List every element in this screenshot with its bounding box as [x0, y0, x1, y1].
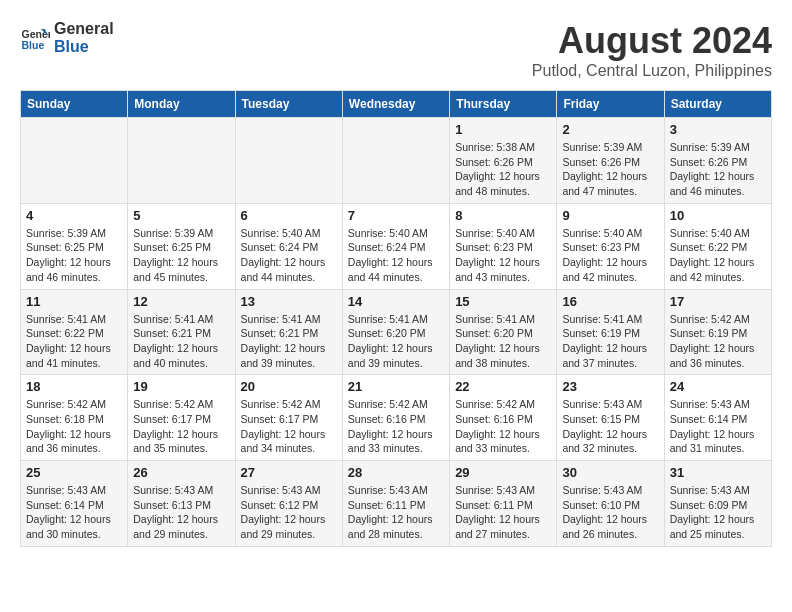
- day-info: Sunrise: 5:39 AM Sunset: 6:26 PM Dayligh…: [670, 140, 766, 199]
- svg-text:Blue: Blue: [22, 39, 45, 51]
- day-number: 19: [133, 379, 229, 394]
- day-number: 25: [26, 465, 122, 480]
- calendar-cell: 25Sunrise: 5:43 AM Sunset: 6:14 PM Dayli…: [21, 461, 128, 547]
- day-number: 7: [348, 208, 444, 223]
- day-info: Sunrise: 5:43 AM Sunset: 6:09 PM Dayligh…: [670, 483, 766, 542]
- calendar-cell: 18Sunrise: 5:42 AM Sunset: 6:18 PM Dayli…: [21, 375, 128, 461]
- day-info: Sunrise: 5:41 AM Sunset: 6:21 PM Dayligh…: [241, 312, 337, 371]
- day-info: Sunrise: 5:43 AM Sunset: 6:13 PM Dayligh…: [133, 483, 229, 542]
- main-title: August 2024: [532, 20, 772, 62]
- day-info: Sunrise: 5:43 AM Sunset: 6:11 PM Dayligh…: [455, 483, 551, 542]
- day-number: 21: [348, 379, 444, 394]
- calendar-cell: 27Sunrise: 5:43 AM Sunset: 6:12 PM Dayli…: [235, 461, 342, 547]
- calendar-cell: 15Sunrise: 5:41 AM Sunset: 6:20 PM Dayli…: [450, 289, 557, 375]
- column-header-wednesday: Wednesday: [342, 91, 449, 118]
- day-info: Sunrise: 5:43 AM Sunset: 6:10 PM Dayligh…: [562, 483, 658, 542]
- day-info: Sunrise: 5:43 AM Sunset: 6:14 PM Dayligh…: [26, 483, 122, 542]
- column-header-thursday: Thursday: [450, 91, 557, 118]
- day-number: 28: [348, 465, 444, 480]
- day-number: 6: [241, 208, 337, 223]
- calendar-cell: [235, 118, 342, 204]
- day-info: Sunrise: 5:43 AM Sunset: 6:12 PM Dayligh…: [241, 483, 337, 542]
- title-area: August 2024 Putlod, Central Luzon, Phili…: [532, 20, 772, 80]
- calendar-table: SundayMondayTuesdayWednesdayThursdayFrid…: [20, 90, 772, 547]
- calendar-cell: 21Sunrise: 5:42 AM Sunset: 6:16 PM Dayli…: [342, 375, 449, 461]
- day-number: 15: [455, 294, 551, 309]
- day-info: Sunrise: 5:42 AM Sunset: 6:19 PM Dayligh…: [670, 312, 766, 371]
- day-number: 11: [26, 294, 122, 309]
- day-info: Sunrise: 5:41 AM Sunset: 6:22 PM Dayligh…: [26, 312, 122, 371]
- week-row-3: 11Sunrise: 5:41 AM Sunset: 6:22 PM Dayli…: [21, 289, 772, 375]
- day-number: 16: [562, 294, 658, 309]
- day-info: Sunrise: 5:40 AM Sunset: 6:22 PM Dayligh…: [670, 226, 766, 285]
- logo-line1: General: [54, 20, 114, 38]
- day-number: 18: [26, 379, 122, 394]
- day-info: Sunrise: 5:42 AM Sunset: 6:16 PM Dayligh…: [348, 397, 444, 456]
- day-number: 13: [241, 294, 337, 309]
- day-info: Sunrise: 5:39 AM Sunset: 6:25 PM Dayligh…: [133, 226, 229, 285]
- page-header: General Blue General Blue August 2024 Pu…: [20, 20, 772, 80]
- week-row-1: 1Sunrise: 5:38 AM Sunset: 6:26 PM Daylig…: [21, 118, 772, 204]
- calendar-cell: [342, 118, 449, 204]
- column-header-tuesday: Tuesday: [235, 91, 342, 118]
- calendar-cell: 24Sunrise: 5:43 AM Sunset: 6:14 PM Dayli…: [664, 375, 771, 461]
- calendar-cell: 1Sunrise: 5:38 AM Sunset: 6:26 PM Daylig…: [450, 118, 557, 204]
- day-info: Sunrise: 5:40 AM Sunset: 6:23 PM Dayligh…: [455, 226, 551, 285]
- logo-icon: General Blue: [20, 23, 50, 53]
- day-info: Sunrise: 5:38 AM Sunset: 6:26 PM Dayligh…: [455, 140, 551, 199]
- calendar-cell: 7Sunrise: 5:40 AM Sunset: 6:24 PM Daylig…: [342, 203, 449, 289]
- calendar-cell: 6Sunrise: 5:40 AM Sunset: 6:24 PM Daylig…: [235, 203, 342, 289]
- calendar-cell: 10Sunrise: 5:40 AM Sunset: 6:22 PM Dayli…: [664, 203, 771, 289]
- calendar-cell: 11Sunrise: 5:41 AM Sunset: 6:22 PM Dayli…: [21, 289, 128, 375]
- column-header-saturday: Saturday: [664, 91, 771, 118]
- day-number: 27: [241, 465, 337, 480]
- day-number: 1: [455, 122, 551, 137]
- day-info: Sunrise: 5:43 AM Sunset: 6:14 PM Dayligh…: [670, 397, 766, 456]
- day-info: Sunrise: 5:41 AM Sunset: 6:20 PM Dayligh…: [348, 312, 444, 371]
- day-number: 12: [133, 294, 229, 309]
- day-info: Sunrise: 5:43 AM Sunset: 6:11 PM Dayligh…: [348, 483, 444, 542]
- column-header-sunday: Sunday: [21, 91, 128, 118]
- calendar-cell: 19Sunrise: 5:42 AM Sunset: 6:17 PM Dayli…: [128, 375, 235, 461]
- calendar-cell: 22Sunrise: 5:42 AM Sunset: 6:16 PM Dayli…: [450, 375, 557, 461]
- week-row-5: 25Sunrise: 5:43 AM Sunset: 6:14 PM Dayli…: [21, 461, 772, 547]
- calendar-cell: 12Sunrise: 5:41 AM Sunset: 6:21 PM Dayli…: [128, 289, 235, 375]
- calendar-cell: 30Sunrise: 5:43 AM Sunset: 6:10 PM Dayli…: [557, 461, 664, 547]
- day-info: Sunrise: 5:43 AM Sunset: 6:15 PM Dayligh…: [562, 397, 658, 456]
- day-number: 4: [26, 208, 122, 223]
- column-header-friday: Friday: [557, 91, 664, 118]
- calendar-cell: 3Sunrise: 5:39 AM Sunset: 6:26 PM Daylig…: [664, 118, 771, 204]
- day-number: 20: [241, 379, 337, 394]
- calendar-cell: 29Sunrise: 5:43 AM Sunset: 6:11 PM Dayli…: [450, 461, 557, 547]
- day-number: 26: [133, 465, 229, 480]
- calendar-cell: 5Sunrise: 5:39 AM Sunset: 6:25 PM Daylig…: [128, 203, 235, 289]
- day-info: Sunrise: 5:42 AM Sunset: 6:16 PM Dayligh…: [455, 397, 551, 456]
- day-number: 24: [670, 379, 766, 394]
- day-info: Sunrise: 5:42 AM Sunset: 6:17 PM Dayligh…: [241, 397, 337, 456]
- calendar-cell: 16Sunrise: 5:41 AM Sunset: 6:19 PM Dayli…: [557, 289, 664, 375]
- day-number: 30: [562, 465, 658, 480]
- day-info: Sunrise: 5:40 AM Sunset: 6:24 PM Dayligh…: [241, 226, 337, 285]
- day-number: 29: [455, 465, 551, 480]
- day-number: 8: [455, 208, 551, 223]
- day-number: 17: [670, 294, 766, 309]
- day-number: 10: [670, 208, 766, 223]
- day-info: Sunrise: 5:39 AM Sunset: 6:26 PM Dayligh…: [562, 140, 658, 199]
- day-info: Sunrise: 5:41 AM Sunset: 6:21 PM Dayligh…: [133, 312, 229, 371]
- logo: General Blue General Blue: [20, 20, 114, 56]
- day-number: 31: [670, 465, 766, 480]
- day-number: 5: [133, 208, 229, 223]
- calendar-cell: [128, 118, 235, 204]
- calendar-cell: 4Sunrise: 5:39 AM Sunset: 6:25 PM Daylig…: [21, 203, 128, 289]
- calendar-cell: 13Sunrise: 5:41 AM Sunset: 6:21 PM Dayli…: [235, 289, 342, 375]
- week-row-4: 18Sunrise: 5:42 AM Sunset: 6:18 PM Dayli…: [21, 375, 772, 461]
- day-number: 3: [670, 122, 766, 137]
- day-info: Sunrise: 5:42 AM Sunset: 6:18 PM Dayligh…: [26, 397, 122, 456]
- column-header-monday: Monday: [128, 91, 235, 118]
- day-number: 22: [455, 379, 551, 394]
- calendar-cell: 17Sunrise: 5:42 AM Sunset: 6:19 PM Dayli…: [664, 289, 771, 375]
- day-info: Sunrise: 5:42 AM Sunset: 6:17 PM Dayligh…: [133, 397, 229, 456]
- logo-line2: Blue: [54, 38, 114, 56]
- day-info: Sunrise: 5:41 AM Sunset: 6:19 PM Dayligh…: [562, 312, 658, 371]
- calendar-cell: 23Sunrise: 5:43 AM Sunset: 6:15 PM Dayli…: [557, 375, 664, 461]
